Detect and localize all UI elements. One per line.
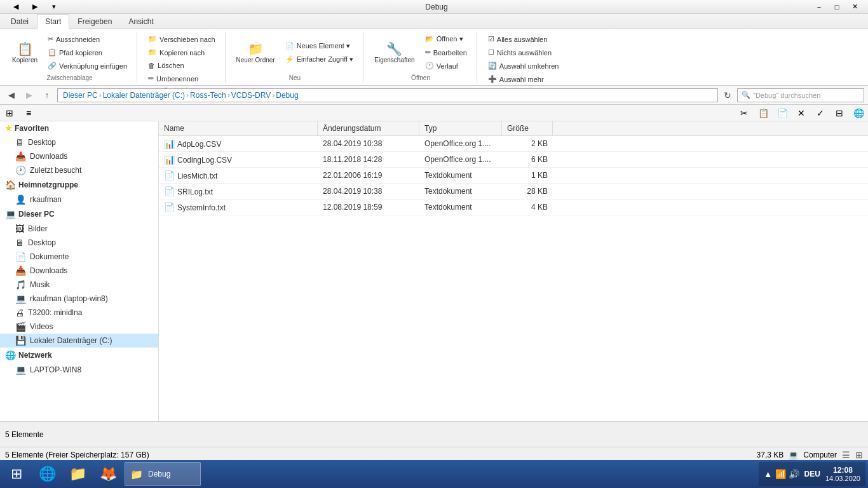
new-folder-toolbar-btn[interactable]: ✓ [813,106,827,120]
tray-network-icon[interactable]: 📶 [775,469,786,479]
new-folder-button[interactable]: 📁 Neuer Ordner [232,34,280,72]
quick-back-btn[interactable]: ◀ [8,1,24,13]
this-pc-header[interactable]: 💻 Dieser PC [0,207,158,222]
taskbar-firefox[interactable]: 🦊 [94,462,122,486]
status-right: 37,3 KB 💻 Computer ☰ ⊞ [757,450,863,460]
table-row[interactable]: 📊AdpLog.CSV 28.04.2019 10:38 OpenOffice.… [159,136,868,152]
file-type-icon: 📄 [164,170,175,180]
start-button[interactable]: ⊞ [3,462,31,486]
history-button[interactable]: 🕐 Verlauf [421,60,471,72]
sidebar-item-bilder[interactable]: 🖼 Bilder [0,222,158,236]
this-pc-section: 💻 Dieser PC 🖼 Bilder 🖥 Desktop 📄 Dokumen… [0,207,158,348]
easy-access-button[interactable]: ⚡ Einfacher Zugriff ▾ [281,53,358,65]
taskbar: ⊞ 🌐 📁 🦊 📁 Debug ▲ 📶 🔊 DEU 12:08 14.03.20… [0,460,868,488]
shortcut-button[interactable]: 🔗 Verknüpfung einfügen [43,60,132,72]
refresh-btn[interactable]: ↻ [721,88,735,102]
address-path[interactable]: Dieser PC › Lokaler Datenträger (C:) › R… [57,88,718,102]
rename-button[interactable]: ✏ Umbenennen [144,72,219,85]
select-all-button[interactable]: ☑ Alles auswählen [484,33,564,45]
up-btn[interactable]: ↑ [39,88,55,102]
sidebar-item-downloads[interactable]: 📥 Downloads [0,149,158,163]
computer-icon: 💻 [789,451,798,459]
col-header-type[interactable]: Typ [419,121,502,135]
quick-forward-btn[interactable]: ▶ [27,1,43,13]
cut-toolbar-btn[interactable]: ✂ [737,106,751,120]
tray-volume-icon[interactable]: 🔊 [789,469,799,479]
sidebar-item-rkaufman[interactable]: 💻 rkaufman (laptop-win8) [0,292,158,306]
rkaufman-icon: 💻 [15,294,26,304]
sidebar-item-dokumente[interactable]: 📄 Dokumente [0,250,158,264]
address-bar: ◀ ▶ ↑ Dieser PC › Lokaler Datenträger (C… [0,86,868,105]
invert-button[interactable]: 🔄 Auswahl umkehren [484,60,564,72]
taskbar-ie[interactable]: 🌐 [33,462,61,486]
edit-button[interactable]: ✏ Bearbeiten [421,46,471,58]
table-row[interactable]: 📄LiesMich.txt 22.01.2006 16:19 Textdokum… [159,168,868,184]
properties-button[interactable]: 🔧 Eigenschaften [370,34,419,72]
sort-btn[interactable]: ≡ [22,106,36,120]
table-row[interactable]: 📊CodingLog.CSV 18.11.2018 14:28 OpenOffi… [159,152,868,168]
paste-toolbar-btn[interactable]: 📄 [775,106,789,120]
delete-toolbar-btn[interactable]: ✕ [794,106,808,120]
homegroup-header[interactable]: 🏠 Heimnetzgruppe [0,177,158,193]
new-item-button[interactable]: 📄 Neues Element ▾ [281,40,358,52]
taskbar-debug-app[interactable]: 📁 Debug [125,462,201,486]
tab-start[interactable]: Start [37,14,69,29]
delete-button[interactable]: 🗑 Löschen [144,60,219,71]
paste-button[interactable]: 📋 Kopieren [8,34,42,72]
copy-to-button[interactable]: 📁 Kopieren nach [144,46,219,58]
back-btn[interactable]: ◀ [4,88,19,102]
close-btn[interactable]: ✕ [846,1,863,13]
quick-down-btn[interactable]: ▾ [46,1,62,13]
search-box[interactable]: 🔍 "Debug" durchsuchen [737,88,864,102]
sidebar-item-desktop[interactable]: 🖥 Desktop [0,135,158,149]
favorites-header[interactable]: ★ Favoriten [0,121,158,135]
sidebar-item-user[interactable]: 👤 rkaufman [0,193,158,207]
col-header-name[interactable]: Name [159,121,318,135]
path-ross-tech[interactable]: Ross-Tech [190,91,226,100]
cut-button[interactable]: ✂ Ausschneiden [43,33,132,45]
sidebar-item-videos[interactable]: 🎬 Videos [0,320,158,334]
sidebar-item-musik[interactable]: 🎵 Musik [0,278,158,292]
sidebar-item-downloads2[interactable]: 📥 Downloads [0,264,158,278]
sidebar-item-t3200[interactable]: 🖨 T3200: minidlna [0,306,158,320]
downloads2-icon: 📥 [15,266,26,276]
network-header[interactable]: 🌐 Netzwerk [0,348,158,363]
file-date: 22.01.2006 16:19 [318,168,419,182]
table-row[interactable]: 📄SystemInfo.txt 12.08.2019 18:59 Textdok… [159,200,868,215]
open-button[interactable]: 📂 Öffnen ▾ [421,33,471,45]
minimize-btn[interactable]: − [811,1,827,13]
taskbar-explorer-pinned[interactable]: 📁 [64,462,92,486]
select-none-button[interactable]: ☐ Nichts auswählen [484,46,564,58]
grid-view-btn[interactable]: ⊞ [855,450,863,460]
sidebar-item-laptop-win8[interactable]: 💻 LAPTOP-WIN8 [0,363,158,377]
internet-btn[interactable]: 🌐 [851,106,865,120]
item-count: 5 Elemente [5,430,863,439]
path-vcds-drv[interactable]: VCDS-DRV [231,91,271,100]
path-debug[interactable]: Debug [276,91,298,100]
tab-datei[interactable]: Datei [3,14,37,29]
tray-clock[interactable]: 12:08 14.03.2020 [825,466,860,482]
copy-path-button[interactable]: 📋 Pfad kopieren [43,46,132,58]
sidebar-item-desktop2[interactable]: 🖥 Desktop [0,236,158,250]
list-view-btn[interactable]: ☰ [842,450,850,460]
maximize-btn[interactable]: □ [829,1,845,13]
tab-ansicht[interactable]: Ansicht [120,14,161,29]
col-header-size[interactable]: Größe [502,121,553,135]
taskbar-app-icon: 📁 [130,468,143,480]
path-dieser-pc[interactable]: Dieser PC [63,91,98,100]
sidebar-item-recent[interactable]: 🕐 Zuletzt besucht [0,163,158,177]
properties-toolbar-btn[interactable]: ⊟ [832,106,846,120]
select-more-button[interactable]: ➕ Auswahl mehr [484,73,564,85]
tray-up-arrow-icon[interactable]: ▲ [764,469,773,479]
sidebar-item-local-c[interactable]: 💾 Lokaler Datenträger (C:) [0,334,158,348]
path-local-c[interactable]: Lokaler Datenträger (C:) [103,91,185,100]
tray-date: 14.03.2020 [825,475,860,482]
view-change-btn[interactable]: ⊞ [3,106,17,120]
tab-freigeben[interactable]: Freigeben [69,14,120,29]
table-row[interactable]: 📄SRILog.txt 28.04.2019 10:38 Textdokumen… [159,184,868,200]
copy-toolbar-btn[interactable]: 📋 [756,106,770,120]
forward-btn[interactable]: ▶ [22,88,37,102]
col-header-date[interactable]: Änderungsdatum [318,121,419,135]
move-to-button[interactable]: 📁 Verschieben nach [144,33,219,45]
language-button[interactable]: DEU [802,468,823,480]
